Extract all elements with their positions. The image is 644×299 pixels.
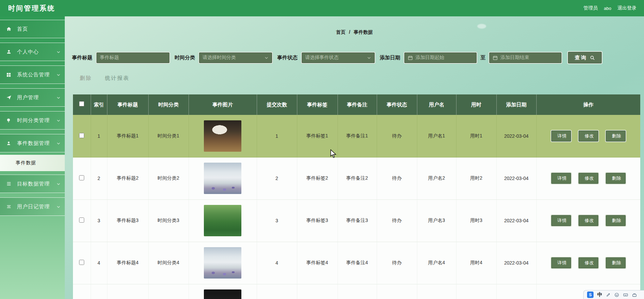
delete-button[interactable]: 删除 — [605, 130, 626, 142]
event-image[interactable] — [204, 205, 241, 236]
logout-button[interactable]: 退出登录 — [617, 5, 636, 11]
cell-status: 待办 — [377, 157, 417, 199]
cell-title — [107, 284, 148, 299]
ime-mode-toggle[interactable]: 中 — [597, 291, 602, 298]
breadcrumb-home[interactable]: 首页 — [336, 29, 346, 35]
event-image[interactable] — [204, 289, 241, 299]
detail-button[interactable]: 详情 — [551, 214, 572, 227]
pen-icon[interactable] — [606, 293, 611, 297]
sidebar-item-label: 用户管理 — [17, 94, 39, 101]
cell-title: 事件标题3 — [107, 199, 148, 242]
cell-note — [338, 284, 377, 299]
table-toolbar: 删除 统计报表 — [80, 75, 130, 81]
emoji-icon[interactable] — [614, 293, 619, 297]
sidebar-item-event[interactable]: 事件数据管理 — [0, 134, 65, 152]
edit-button[interactable]: 修改 — [578, 214, 599, 227]
sidebar-item-label: 首页 — [17, 26, 28, 32]
send-icon — [6, 95, 14, 100]
delete-button[interactable]: 删除 — [605, 257, 626, 269]
cell-duration: 用时2 — [456, 157, 496, 199]
cell-date: 2022-03-04 — [496, 115, 536, 157]
sidebar-item-label: 目标数据管理 — [17, 181, 50, 187]
cell-submits: 1 — [257, 115, 297, 157]
row-checkbox[interactable] — [79, 260, 84, 265]
sidebar-item-home[interactable]: 首页 — [0, 20, 65, 38]
chevron-down-icon — [367, 56, 371, 60]
cell-date: 2022-03-04 — [496, 199, 536, 242]
date-start-placeholder: 添加日期起始 — [416, 55, 444, 61]
cell-duration: 用时4 — [456, 242, 496, 284]
sidebar-item-users[interactable]: 用户管理 — [0, 88, 65, 107]
detail-button[interactable]: 详情 — [551, 130, 572, 142]
cell-index: 4 — [91, 242, 107, 284]
lines-icon — [6, 204, 14, 209]
search-button[interactable]: 查询 — [567, 51, 602, 64]
report-button[interactable]: 统计报表 — [105, 75, 130, 81]
toolbox-icon[interactable] — [632, 293, 637, 297]
row-checkbox[interactable] — [79, 133, 84, 138]
cell-duration: 用时3 — [456, 199, 496, 242]
event-image[interactable] — [204, 163, 241, 194]
cell-checkbox — [73, 199, 91, 242]
status-filter-select[interactable]: 请选择事件状态 — [301, 52, 375, 64]
admin-role-link[interactable]: 管理员 — [583, 5, 598, 11]
chevron-down-icon — [56, 141, 61, 146]
delete-button[interactable]: 删除 — [605, 214, 626, 227]
chevron-down-icon — [56, 50, 61, 54]
delete-button[interactable]: 删除 — [605, 172, 626, 184]
cell-date: 2022-03-04 — [496, 242, 536, 284]
column-header: 事件备注 — [338, 94, 377, 115]
column-header-checkbox[interactable] — [73, 94, 91, 115]
date-start-input[interactable]: 添加日期起始 — [404, 52, 477, 64]
event-image[interactable] — [204, 120, 241, 152]
cell-user: 用户名1 — [417, 115, 456, 157]
row-checkbox[interactable] — [79, 218, 84, 223]
event-image[interactable] — [204, 247, 241, 279]
cell-title: 事件标题4 — [107, 242, 148, 284]
sidebar-item-label: 个人中心 — [17, 49, 39, 55]
cell-submits: 3 — [257, 199, 297, 242]
detail-button[interactable]: 详情 — [551, 172, 572, 184]
cell-user: 用户名3 — [417, 199, 456, 242]
sidebar-item-label: 用户日记管理 — [17, 204, 50, 210]
table-row: 3 事件标题3 时间分类3 3 事件标签3 事件备注3 待办 用户名3 用时3 … — [73, 199, 640, 242]
sidebar-item-goal[interactable]: 目标数据管理 — [0, 175, 65, 193]
app-title: 时间管理系统 — [8, 4, 55, 13]
sidebar-item-notice[interactable]: 系统公告管理 — [0, 65, 65, 84]
cell-image — [189, 199, 257, 242]
table-header-row: 索引事件标题时间分类事件图片提交次数事件标签事件备注事件状态用户名用时添加日期操… — [73, 94, 640, 115]
cell-index — [91, 284, 107, 299]
table-row: 4 事件标题4 时间分类4 4 事件标签4 事件备注4 待办 用户名4 用时4 … — [73, 242, 640, 284]
sidebar-subitem-event-data[interactable]: 事件数据 — [0, 155, 65, 171]
category-filter-select[interactable]: 请选择时间分类 — [198, 52, 273, 64]
cell-checkbox — [73, 115, 91, 157]
bulk-delete-button[interactable]: 删除 — [80, 75, 92, 81]
title-filter-input[interactable]: 事件标题 — [96, 52, 170, 64]
chevron-down-icon — [56, 118, 61, 123]
keyboard-icon[interactable] — [623, 293, 628, 297]
chevron-down-icon — [56, 182, 61, 186]
cell-title: 事件标题2 — [107, 157, 148, 199]
date-end-input[interactable]: 添加日期结束 — [489, 52, 562, 64]
cell-image — [189, 242, 257, 284]
sidebar-item-category[interactable]: 时间分类管理 — [0, 111, 65, 130]
data-table-wrap: 索引事件标题时间分类事件图片提交次数事件标签事件备注事件状态用户名用时添加日期操… — [73, 94, 640, 299]
calendar-icon — [493, 55, 498, 60]
home-icon — [6, 26, 14, 32]
column-header: 事件状态 — [377, 94, 417, 115]
select-all-checkbox[interactable] — [79, 101, 84, 106]
detail-button[interactable]: 详情 — [551, 257, 572, 269]
sidebar-item-diary[interactable]: 用户日记管理 — [0, 197, 65, 216]
ime-logo-icon[interactable]: S — [587, 291, 594, 298]
cell-index: 2 — [91, 157, 107, 199]
row-checkbox[interactable] — [79, 175, 84, 180]
edit-button[interactable]: 修改 — [578, 257, 599, 269]
cell-status: 待办 — [377, 115, 417, 157]
user-icon — [6, 49, 14, 55]
edit-button[interactable]: 修改 — [578, 172, 599, 184]
chevron-down-icon — [56, 73, 61, 77]
cell-note: 事件备注4 — [338, 242, 377, 284]
edit-button[interactable]: 修改 — [578, 130, 599, 142]
sidebar-item-profile[interactable]: 个人中心 — [0, 43, 65, 61]
cell-status: 待办 — [377, 242, 417, 284]
